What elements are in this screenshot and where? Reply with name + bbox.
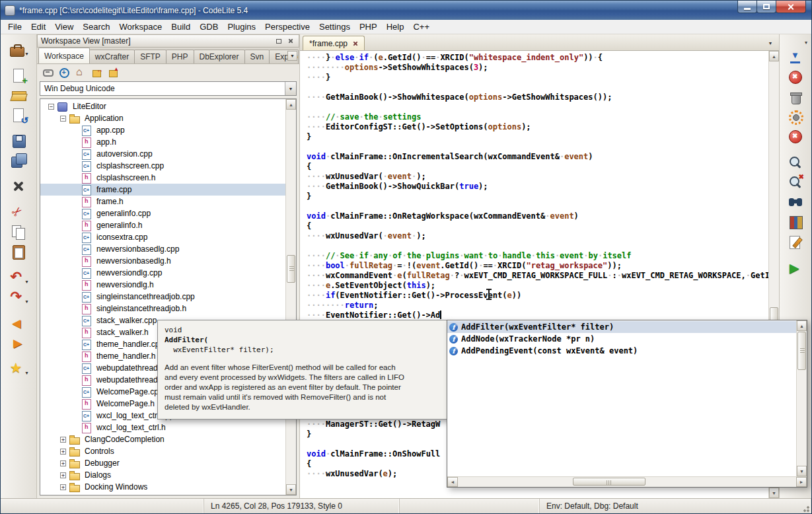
tree-item-controls[interactable]: +Controls: [40, 445, 285, 457]
completion-hthumb[interactable]: [573, 478, 646, 486]
close-panel-button[interactable]: [285, 36, 295, 46]
tree-item-debugger[interactable]: +Debugger: [40, 457, 285, 469]
menu-help[interactable]: Help: [382, 20, 409, 33]
completion-scroll-right-icon[interactable]: ►: [796, 477, 807, 487]
menu-view[interactable]: View: [50, 20, 78, 33]
completion-vscrollbar[interactable]: ▲ ▼: [796, 320, 807, 476]
menu-perspective[interactable]: Perspective: [260, 20, 314, 33]
zoom-reset-button[interactable]: [781, 172, 810, 192]
cut-button[interactable]: [4, 202, 33, 222]
close-file-button[interactable]: [4, 176, 33, 196]
tab-wxcrafter[interactable]: wxCrafter: [89, 50, 135, 63]
tree-item-singleinstancethreadjob-cpp[interactable]: singleinstancethreadjob.cpp: [40, 291, 285, 303]
tab-overflow-button[interactable]: ▼: [287, 51, 297, 61]
redo-button[interactable]: ▾: [4, 287, 33, 307]
toolbar-overflow-icon[interactable]: ▾: [805, 40, 811, 48]
back-button[interactable]: [4, 313, 33, 333]
project-tree[interactable]: −LiteEditor−Applicationapp.cppapp.hautov…: [40, 99, 285, 495]
tree-item-liteeditor[interactable]: −LiteEditor: [40, 100, 285, 112]
minimize-button[interactable]: [737, 1, 757, 13]
editor-tab-list-button[interactable]: ▼: [765, 38, 776, 48]
run-button[interactable]: [781, 258, 810, 277]
close-red-button[interactable]: [781, 67, 810, 87]
tree-item-generalinfo-cpp[interactable]: generalinfo.cpp: [40, 207, 285, 219]
tree-item-generalinfo-h[interactable]: generalinfo.h: [40, 219, 285, 231]
reload-file-button[interactable]: [4, 105, 33, 125]
completion-item[interactable]: fAddNode(wxTrackerNode *pr n): [447, 333, 796, 345]
menu-cpp[interactable]: C++: [408, 20, 434, 33]
find-in-files-button[interactable]: [781, 192, 810, 212]
scroll-up-icon[interactable]: ▲: [286, 99, 296, 110]
tab-close-icon[interactable]: [353, 41, 358, 46]
menu-gdb[interactable]: GDB: [195, 20, 223, 33]
save-button[interactable]: [4, 131, 33, 151]
tree-item-clangcodecompletion[interactable]: +ClangCodeCompletion: [40, 433, 285, 445]
tree-scrollbar[interactable]: ▲ ▼: [285, 99, 296, 495]
menu-workspace[interactable]: Workspace: [115, 20, 167, 33]
tree-item-app-cpp[interactable]: app.cpp: [40, 124, 285, 136]
tree-item-clsplashscreen-cpp[interactable]: clsplashscreen.cpp: [40, 160, 285, 172]
completion-scroll-down-icon[interactable]: ▼: [797, 466, 807, 476]
home-button[interactable]: [74, 65, 87, 79]
collapse-button[interactable]: [107, 65, 120, 79]
tree-item-dialogs[interactable]: +Dialogs: [40, 469, 285, 481]
tree-item-newversiondlg-h[interactable]: newversiondlg.h: [40, 279, 285, 291]
completion-item[interactable]: fAddPendingEvent(const wxEvent& event): [447, 345, 796, 357]
maximize-button[interactable]: [757, 1, 776, 13]
expand-box-icon[interactable]: +: [60, 437, 66, 443]
chevron-down-icon[interactable]: ▾: [25, 299, 28, 307]
scroll-down-icon[interactable]: ▼: [286, 484, 296, 495]
completion-vthumb[interactable]: [797, 332, 806, 370]
link-editor-button[interactable]: [41, 65, 54, 79]
menu-edit[interactable]: Edit: [26, 20, 50, 33]
paste-button[interactable]: [4, 242, 33, 262]
menu-php[interactable]: PHP: [355, 20, 382, 33]
tree-item-newversionbasedlg-cpp[interactable]: newversionbasedlg.cpp: [40, 243, 285, 255]
menu-file[interactable]: File: [3, 20, 26, 33]
tab-dbexplorer[interactable]: DbExplorer: [194, 50, 245, 63]
completion-hscrollbar[interactable]: ◄ ►: [447, 476, 807, 487]
tab-workspace[interactable]: Workspace: [38, 48, 90, 63]
tree-item-frame-cpp[interactable]: frame.cpp: [40, 184, 285, 196]
zoom-button[interactable]: [781, 153, 810, 172]
tree-item-singleinstancethreadjob-h[interactable]: singleinstancethreadjob.h: [40, 303, 285, 314]
menu-plugins[interactable]: Plugins: [223, 20, 260, 33]
tree-scrollbar-thumb[interactable]: [287, 255, 295, 283]
tree-item-application[interactable]: −Application: [40, 112, 285, 124]
new-file-button[interactable]: [4, 65, 33, 85]
chevron-down-icon[interactable]: ▾: [25, 370, 28, 379]
expand-box-icon[interactable]: +: [60, 484, 66, 490]
expand-box-icon[interactable]: +: [60, 460, 66, 466]
expand-box-icon[interactable]: +: [60, 449, 66, 455]
menu-settings[interactable]: Settings: [314, 20, 355, 33]
tree-item-iconsextra-cpp[interactable]: iconsextra.cpp: [40, 231, 285, 243]
tab-svn[interactable]: Svn: [244, 50, 270, 63]
chevron-down-icon[interactable]: ▾: [25, 51, 28, 59]
collapse-box-icon[interactable]: −: [48, 104, 54, 110]
tree-item-frame-h[interactable]: frame.h: [40, 196, 285, 207]
trash-button[interactable]: [781, 87, 810, 107]
tree-item-clsplashscreen-h[interactable]: clsplashscreen.h: [40, 172, 285, 184]
menu-build[interactable]: Build: [166, 20, 195, 33]
close-button[interactable]: [776, 1, 806, 13]
tree-item-docking-windows[interactable]: +Docking Windows: [40, 481, 285, 493]
sync-editor-button[interactable]: [91, 65, 104, 79]
open-folder-button[interactable]: [4, 85, 33, 105]
expand-box-icon[interactable]: +: [60, 472, 66, 478]
completion-scroll-left-icon[interactable]: ◄: [447, 477, 458, 487]
chevron-down-icon[interactable]: ▼: [285, 82, 296, 95]
tree-item-newversiondlg-cpp[interactable]: newversiondlg.cpp: [40, 267, 285, 279]
tree-item-wxcl-log-text-ctrl-h[interactable]: wxcl_log_text_ctrl.h: [40, 422, 285, 433]
editor-tab-frame-cpp[interactable]: *frame.cpp: [303, 36, 365, 50]
cancel-button[interactable]: [781, 127, 810, 147]
expand-button[interactable]: [57, 65, 71, 79]
tab-php[interactable]: PHP: [166, 50, 194, 63]
menu-search[interactable]: Search: [78, 20, 114, 33]
library-button[interactable]: [781, 212, 810, 232]
completion-item[interactable]: fAddFilter(wxEventFilter* filter): [447, 321, 796, 333]
edit-notes-button[interactable]: [781, 232, 810, 252]
copy-button[interactable]: [4, 222, 33, 242]
save-all-button[interactable]: [4, 151, 33, 170]
move-down-button[interactable]: [781, 48, 810, 67]
tab-sftp[interactable]: SFTP: [134, 50, 166, 63]
